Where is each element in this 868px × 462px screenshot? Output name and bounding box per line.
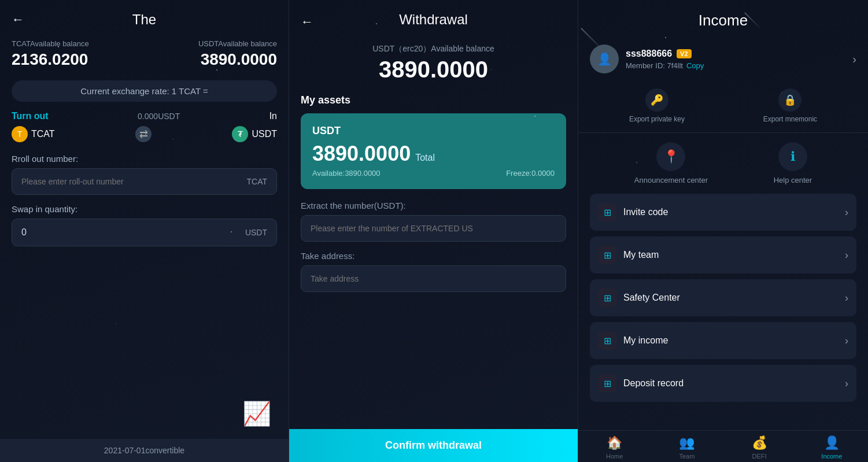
balance-labels-row: TCATAvailable balance USDTAvailable bala… <box>12 39 277 48</box>
my-income-chevron-icon: › <box>845 335 848 347</box>
export-private-key-button[interactable]: 🔑 Export private key <box>629 88 685 123</box>
safety-center-label: Safety Center <box>623 293 680 303</box>
export-mnemonic-button[interactable]: 🔒 Export mnemonic <box>763 88 817 123</box>
home-label: Home <box>606 453 623 460</box>
withdrawal-panel: ← Withdrawal USDT（erc20）Available balanc… <box>289 0 578 462</box>
income-icon: 👤 <box>824 435 840 450</box>
tcat-icon: T <box>12 126 28 142</box>
menu-item-left: ⊞ Invite code <box>598 203 668 221</box>
export-mnemonic-label: Export mnemonic <box>763 115 817 123</box>
username: sss888666 <box>626 49 672 59</box>
swap-back-button[interactable]: ← <box>12 12 24 27</box>
avatar: 👤 <box>590 45 619 73</box>
copy-button[interactable]: Copy <box>686 61 704 70</box>
swap-icon[interactable]: ⇄ <box>135 126 152 142</box>
announcement-icon: 📍 <box>656 142 685 171</box>
swap-in-unit: USDT <box>245 228 267 237</box>
exchange-rate-text: Current exchange rate: 1 TCAT = <box>80 86 208 96</box>
extract-input[interactable] <box>301 215 566 242</box>
key-icon: 🔑 <box>645 88 668 112</box>
menu-item-left: ⊞ My team <box>598 246 659 264</box>
income-panel: Income 👤 sss888666 V2 Member ID: 7f4llt … <box>578 0 868 462</box>
help-icon: ℹ <box>778 142 807 171</box>
deposit-record-icon: ⊞ <box>598 374 616 393</box>
menu-item-my-team[interactable]: ⊞ My team › <box>590 236 856 273</box>
swap-direction-row: Turn out 0.000USDT In <box>12 111 277 121</box>
invite-code-label: Invite code <box>623 207 668 217</box>
menu-item-safety-center[interactable]: ⊞ Safety Center › <box>590 279 856 316</box>
announcement-center-button[interactable]: 📍 Announcement center <box>634 142 708 184</box>
turn-out-label: Turn out <box>12 111 49 121</box>
asset-card-value: 3890.0000 <box>312 142 411 166</box>
swap-header: ← The <box>12 12 277 28</box>
extract-label: Extract the number(USDT): <box>301 201 566 210</box>
nav-defi[interactable]: 💰 DEFI <box>723 435 796 460</box>
withdrawal-balance: 3890.0000 <box>301 57 566 83</box>
roll-out-label: Rroll out number: <box>12 154 277 164</box>
bottom-date: 2021-07-01convertible <box>0 439 289 462</box>
swap-title: The <box>132 12 156 28</box>
usdt-label: USDT <box>252 129 277 139</box>
home-icon: 🏠 <box>607 435 622 450</box>
safety-center-chevron-icon: › <box>845 292 848 304</box>
my-income-icon: ⊞ <box>598 331 616 350</box>
invite-code-icon: ⊞ <box>598 203 616 221</box>
withdrawal-subtitle: USDT（erc20）Available balance <box>301 44 566 54</box>
team-icon: 👥 <box>679 435 695 450</box>
roll-out-input[interactable] <box>21 177 246 186</box>
menu-item-left: ⊞ Deposit record <box>598 374 684 393</box>
income-title: Income <box>590 12 856 29</box>
usdt-token: ₮ USDT <box>232 126 277 142</box>
menu-item-my-income[interactable]: ⊞ My income › <box>590 322 856 359</box>
asset-freeze: Freeze:0.0000 <box>506 169 555 178</box>
help-center-button[interactable]: ℹ Help center <box>774 142 812 184</box>
chart-icon: 📈 <box>242 400 271 427</box>
help-label: Help center <box>774 176 812 184</box>
usdt-icon: ₮ <box>232 126 248 142</box>
menu-item-invite-code[interactable]: ⊞ Invite code › <box>590 194 856 231</box>
deposit-record-chevron-icon: › <box>845 378 848 390</box>
asset-card: USDT 3890.0000 Total Available:3890.0000… <box>301 113 566 189</box>
nav-income[interactable]: 👤 Income <box>796 435 868 460</box>
my-team-label: My team <box>623 250 659 260</box>
asset-available: Available:3890.0000 <box>312 169 381 178</box>
member-id: Member ID: 7f4llt <box>626 61 683 70</box>
username-row: sss888666 V2 <box>626 49 856 59</box>
swap-in-label: Swap in quantity: <box>12 204 277 214</box>
usdt-balance-label: USDTAvailable balance <box>198 39 277 48</box>
confirm-withdrawal-button[interactable]: Confirm withdrawal <box>289 429 578 462</box>
safety-center-icon: ⊞ <box>598 289 616 307</box>
tcat-balance-value: 2136.0200 <box>12 50 88 69</box>
tcat-label: TCAT <box>31 129 55 139</box>
swap-in-input-box: 0 USDT <box>12 219 277 246</box>
export-private-label: Export private key <box>629 115 685 123</box>
menu-item-deposit-record[interactable]: ⊞ Deposit record › <box>590 365 856 402</box>
withdrawal-title: Withdrawal <box>399 12 468 28</box>
bottom-nav: 🏠 Home 👥 Team 💰 DEFI 👤 Income <box>578 430 868 462</box>
nav-home[interactable]: 🏠 Home <box>578 435 651 460</box>
turn-in-label: In <box>269 111 277 121</box>
tcat-token: T TCAT <box>12 126 55 142</box>
team-label: Team <box>679 453 695 460</box>
invite-code-chevron-icon: › <box>845 206 848 219</box>
roll-out-unit: TCAT <box>246 177 267 186</box>
take-address-input[interactable] <box>301 265 566 292</box>
my-income-label: My income <box>623 335 668 346</box>
withdrawal-back-button[interactable]: ← <box>301 14 313 29</box>
tcat-balance-label: TCATAvailable balance <box>12 39 89 48</box>
profile-chevron-right-icon: › <box>852 53 856 66</box>
announcement-label: Announcement center <box>634 176 708 184</box>
defi-label: DEFI <box>752 453 767 460</box>
profile-info: sss888666 V2 Member ID: 7f4llt Copy <box>626 49 856 70</box>
exchange-rate-box: Current exchange rate: 1 TCAT = <box>12 80 277 102</box>
token-row: T TCAT ⇄ ₮ USDT <box>12 126 277 142</box>
asset-card-total-label: Total <box>415 153 435 163</box>
nav-team[interactable]: 👥 Team <box>651 435 723 460</box>
swap-in-value: 0 <box>21 227 27 238</box>
income-header: Income <box>578 0 868 45</box>
my-team-icon: ⊞ <box>598 246 616 264</box>
my-team-chevron-icon: › <box>845 249 848 261</box>
asset-card-title: USDT <box>312 125 555 137</box>
swap-panel: ← The TCATAvailable balance USDTAvailabl… <box>0 0 289 462</box>
menu-list: ⊞ Invite code › ⊞ My team › ⊞ Safety Cen… <box>578 194 868 430</box>
